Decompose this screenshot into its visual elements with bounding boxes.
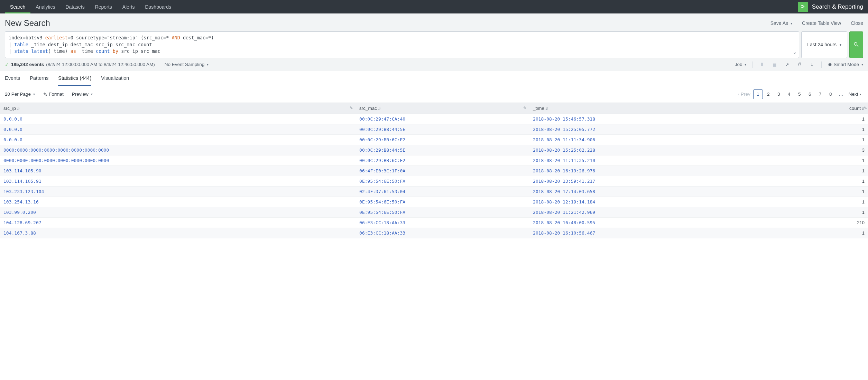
- nav-item-analytics[interactable]: Analytics: [30, 0, 60, 13]
- cell-src-mac[interactable]: 00:0C:29:B8:44:5E: [356, 124, 529, 134]
- table-row[interactable]: 0000:0000:0000:0000:0000:0000:0000:00000…: [0, 155, 868, 165]
- cell-src-mac[interactable]: 02:4F:D7:61:53:04: [356, 186, 529, 197]
- table-row[interactable]: 0.0.0.000:0C:29:47:CA:402018-08-20 15:46…: [0, 114, 868, 124]
- cell-count[interactable]: 1: [755, 207, 868, 217]
- cell-src-ip[interactable]: 0000:0000:0000:0000:0000:0000:0000:0000: [0, 145, 356, 155]
- table-row[interactable]: 103.114.105.910E:95:54:6E:50:FA2018-08-2…: [0, 176, 868, 186]
- table-row[interactable]: 103.114.105.9006:4F:E0:3C:1F:0A2018-08-2…: [0, 165, 868, 176]
- page-3[interactable]: 3: [774, 89, 784, 99]
- event-count[interactable]: ✓ 185,242 events (8/2/24 12:00:00.000 AM…: [5, 62, 155, 67]
- page-next[interactable]: Next: [847, 89, 863, 99]
- cell-src-ip[interactable]: 104.167.3.88: [0, 228, 356, 238]
- page-7[interactable]: 7: [815, 89, 825, 99]
- table-row[interactable]: 103.254.13.160E:95:54:6E:50:FA2018-08-20…: [0, 197, 868, 207]
- cell-src-mac[interactable]: 00:0C:29:BB:6C:E2: [356, 134, 529, 145]
- col-count[interactable]: count⇵✎: [755, 103, 868, 114]
- nav-item-search[interactable]: Search: [5, 0, 30, 13]
- app-title[interactable]: Search & Reporting: [812, 3, 863, 10]
- cell-src-mac[interactable]: 00:0C:29:B8:44:5E: [356, 145, 529, 155]
- cell-time[interactable]: 2018-08-20 17:14:03.658: [529, 186, 755, 197]
- nav-item-reports[interactable]: Reports: [90, 0, 117, 13]
- sort-icon[interactable]: ⇵: [378, 107, 381, 111]
- cell-count[interactable]: 1: [755, 124, 868, 134]
- cell-time[interactable]: 2018-08-20 11:21:42.969: [529, 207, 755, 217]
- table-row[interactable]: 104.128.69.20706:E3:CC:18:AA:332018-08-2…: [0, 217, 868, 228]
- table-row[interactable]: 104.167.3.8806:E3:CC:18:AA:332018-08-20 …: [0, 228, 868, 238]
- nav-item-dashboards[interactable]: Dashboards: [140, 0, 176, 13]
- cell-src-mac[interactable]: 0E:95:54:6E:50:FA: [356, 197, 529, 207]
- table-row[interactable]: 0.0.0.000:0C:29:BB:6C:E22018-08-20 11:11…: [0, 134, 868, 145]
- nav-item-datasets[interactable]: Datasets: [60, 0, 90, 13]
- cell-count[interactable]: 3: [755, 145, 868, 155]
- cell-src-ip[interactable]: 0.0.0.0: [0, 114, 356, 124]
- cell-src-mac[interactable]: 00:0C:29:47:CA:40: [356, 114, 529, 124]
- cell-src-ip[interactable]: 0.0.0.0: [0, 134, 356, 145]
- tab-statistics[interactable]: Statistics (444): [58, 71, 91, 86]
- cell-time[interactable]: 2018-08-20 11:11:35.210: [529, 155, 755, 165]
- pencil-icon[interactable]: ✎: [523, 106, 527, 111]
- cell-src-mac[interactable]: 06:E3:CC:18:AA:33: [356, 217, 529, 228]
- nav-item-alerts[interactable]: Alerts: [117, 0, 140, 13]
- job-dropdown[interactable]: Job: [735, 62, 747, 67]
- table-row[interactable]: 0.0.0.000:0C:29:B8:44:5E2018-08-20 15:25…: [0, 124, 868, 134]
- cell-count[interactable]: 1: [755, 155, 868, 165]
- cell-count[interactable]: 1: [755, 197, 868, 207]
- page-1[interactable]: 1: [753, 89, 763, 99]
- search-expand-icon[interactable]: ⌄: [793, 49, 796, 56]
- sort-icon[interactable]: ⇵: [545, 107, 548, 111]
- page-6[interactable]: 6: [805, 89, 815, 99]
- cell-src-ip[interactable]: 0000:0000:0000:0000:0000:0000:0000:0000: [0, 155, 356, 165]
- tab-visualization[interactable]: Visualization: [101, 71, 129, 86]
- cell-src-ip[interactable]: 103.114.105.90: [0, 165, 356, 176]
- cell-time[interactable]: 2018-08-20 16:19:26.976: [529, 165, 755, 176]
- tab-events[interactable]: Events: [5, 71, 20, 86]
- cell-src-ip[interactable]: 103.114.105.91: [0, 176, 356, 186]
- cell-src-mac[interactable]: 06:E3:CC:18:AA:33: [356, 228, 529, 238]
- table-row[interactable]: 103.233.123.10402:4F:D7:61:53:042018-08-…: [0, 186, 868, 197]
- search-button[interactable]: [849, 31, 863, 58]
- cell-src-mac[interactable]: 0E:95:54:6E:50:FA: [356, 176, 529, 186]
- export-icon[interactable]: ⤓: [809, 61, 815, 68]
- cell-count[interactable]: 1: [755, 165, 868, 176]
- cell-time[interactable]: 2018-08-20 15:25:05.772: [529, 124, 755, 134]
- page-5[interactable]: 5: [795, 89, 804, 99]
- col-time[interactable]: _time⇵: [529, 103, 755, 114]
- cell-src-mac[interactable]: 0E:95:54:6E:50:FA: [356, 207, 529, 217]
- preview-dropdown[interactable]: Preview: [72, 92, 93, 97]
- cell-src-mac[interactable]: 06:4F:E0:3C:1F:0A: [356, 165, 529, 176]
- smart-mode-dropdown[interactable]: ✹ Smart Mode: [828, 62, 863, 67]
- cell-time[interactable]: 2018-08-20 11:11:34.906: [529, 134, 755, 145]
- create-table-view-button[interactable]: Create Table View: [802, 20, 841, 26]
- tab-patterns[interactable]: Patterns: [30, 71, 48, 86]
- search-input[interactable]: index=botsv3 earliest=0 sourcetype="stre…: [5, 31, 799, 58]
- cell-src-ip[interactable]: 0.0.0.0: [0, 124, 356, 134]
- pencil-icon[interactable]: ✎: [350, 106, 353, 111]
- pencil-icon[interactable]: ✎: [864, 106, 867, 111]
- cell-count[interactable]: 1: [755, 176, 868, 186]
- save-as-button[interactable]: Save As: [770, 20, 792, 26]
- cell-count[interactable]: 1: [755, 134, 868, 145]
- cell-time[interactable]: 2018-08-20 13:59:41.217: [529, 176, 755, 186]
- app-logo-icon[interactable]: >: [798, 2, 808, 12]
- cell-count[interactable]: 210: [755, 217, 868, 228]
- table-row[interactable]: 103.99.0.2000E:95:54:6E:50:FA2018-08-20 …: [0, 207, 868, 217]
- event-sampling-dropdown[interactable]: No Event Sampling: [165, 62, 209, 67]
- cell-time[interactable]: 2018-08-20 15:25:02.228: [529, 145, 755, 155]
- table-row[interactable]: 0000:0000:0000:0000:0000:0000:0000:00000…: [0, 145, 868, 155]
- cell-src-mac[interactable]: 00:0C:29:BB:6C:E2: [356, 155, 529, 165]
- close-button[interactable]: Close: [851, 20, 863, 26]
- print-icon[interactable]: ⎙: [796, 61, 803, 68]
- cell-time[interactable]: 2018-08-20 15:46:57.318: [529, 114, 755, 124]
- cell-src-ip[interactable]: 104.128.69.207: [0, 217, 356, 228]
- cell-src-ip[interactable]: 103.254.13.16: [0, 197, 356, 207]
- cell-src-ip[interactable]: 103.233.123.104: [0, 186, 356, 197]
- sort-icon[interactable]: ⇵: [17, 107, 20, 111]
- cell-src-ip[interactable]: 103.99.0.200: [0, 207, 356, 217]
- page-4[interactable]: 4: [784, 89, 794, 99]
- cell-count[interactable]: 1: [755, 228, 868, 238]
- share-icon[interactable]: ↗: [784, 61, 790, 68]
- col-src-ip[interactable]: src_ip⇵✎: [0, 103, 356, 114]
- col-src-mac[interactable]: src_mac⇵✎: [356, 103, 529, 114]
- time-range-picker[interactable]: Last 24 hours: [801, 31, 847, 58]
- cell-count[interactable]: 1: [755, 186, 868, 197]
